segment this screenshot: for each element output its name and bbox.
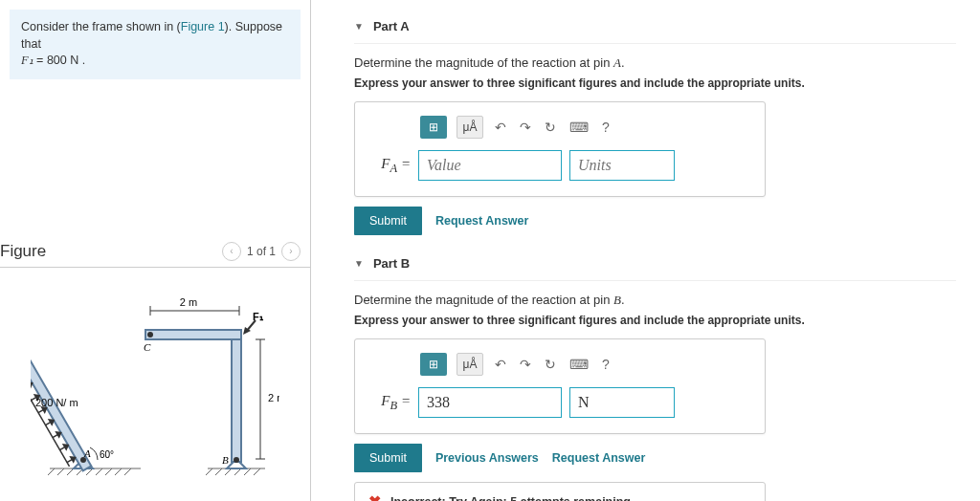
figure-next-button[interactable]: ›: [281, 242, 301, 261]
part-a-var-label: FA =: [372, 156, 411, 176]
help-icon[interactable]: ?: [600, 357, 612, 372]
part-a-title: Part A: [373, 19, 410, 33]
special-char-icon[interactable]: μÅ: [457, 116, 483, 139]
undo-icon[interactable]: ↶: [493, 357, 508, 372]
svg-line-6: [96, 468, 102, 475]
part-a-request-answer-link[interactable]: Request Answer: [435, 214, 528, 228]
angle-label: 60°: [100, 449, 114, 460]
part-b-feedback: ✖ Incorrect; Try Again; 5 attempts remai…: [354, 482, 766, 501]
force-label: F₁: [253, 311, 264, 322]
collapse-icon[interactable]: ▼: [354, 21, 364, 32]
figure-nav: ‹ 1 of 1 ›: [222, 242, 301, 261]
svg-line-9: [124, 468, 131, 475]
part-a-submit-button[interactable]: Submit: [354, 207, 422, 235]
part-b-prompt-var: B: [613, 293, 621, 307]
part-b-value-input[interactable]: [418, 387, 562, 418]
reset-icon[interactable]: ↻: [543, 120, 558, 135]
frame-diagram: 2 m 2 m 200 N/ m F₁ 60° A B C: [31, 282, 279, 483]
part-b-submit-button[interactable]: Submit: [354, 444, 422, 472]
part-b-var-label: FB =: [372, 393, 411, 413]
figure-body: 2 m 2 m 200 N/ m F₁ 60° A B C: [0, 268, 310, 483]
part-b-prompt-post: .: [621, 293, 625, 307]
load-label: 200 N/ m: [35, 397, 78, 408]
given-var: F₁: [21, 54, 33, 67]
figure-title: Figure: [0, 242, 46, 261]
part-b-units-input[interactable]: [569, 387, 675, 418]
dim-right: 2 m: [268, 392, 279, 403]
part-a-prompt-pre: Determine the magnitude of the reaction …: [354, 55, 613, 70]
svg-rect-20: [232, 335, 241, 462]
svg-line-11: [206, 468, 212, 475]
svg-line-15: [244, 468, 251, 475]
feedback-text: Incorrect; Try Again; 5 attempts remaini…: [390, 495, 631, 502]
keyboard-icon[interactable]: ⌨: [568, 120, 590, 135]
part-b-previous-answers-link[interactable]: Previous Answers: [435, 451, 539, 465]
part-a-units-input[interactable]: [569, 150, 675, 181]
redo-icon[interactable]: ↷: [518, 357, 533, 372]
keyboard-icon[interactable]: ⌨: [568, 357, 590, 372]
svg-line-2: [57, 468, 64, 475]
pin-c-label: C: [144, 341, 151, 353]
svg-line-1: [48, 468, 55, 475]
pin-a-label: A: [83, 447, 91, 459]
svg-line-14: [234, 468, 241, 475]
part-b-request-answer-link[interactable]: Request Answer: [552, 451, 645, 465]
part-a-instruction: Express your answer to three significant…: [354, 76, 956, 90]
svg-point-23: [234, 457, 239, 463]
given-eq: = 800 N .: [33, 54, 86, 67]
figure-link[interactable]: Figure 1: [181, 20, 225, 33]
problem-statement: Consider the frame shown in (Figure 1). …: [10, 10, 301, 79]
undo-icon[interactable]: ↶: [493, 120, 508, 135]
templates-icon[interactable]: ⊞: [420, 116, 447, 139]
figure-counter: 1 of 1: [247, 245, 276, 258]
part-a-value-input[interactable]: [418, 150, 562, 181]
help-icon[interactable]: ?: [600, 120, 612, 135]
svg-line-13: [225, 468, 232, 475]
part-b-answer-box: ⊞ μÅ ↶ ↷ ↻ ⌨ ? FB =: [354, 338, 766, 434]
figure-prev-button[interactable]: ‹: [222, 242, 241, 261]
part-a-prompt-post: .: [621, 55, 625, 70]
reset-icon[interactable]: ↻: [543, 357, 558, 372]
pin-b-label: B: [222, 454, 229, 466]
part-a-prompt-var: A: [613, 55, 621, 70]
incorrect-icon: ✖: [368, 492, 381, 501]
part-a-answer-box: ⊞ μÅ ↶ ↷ ↻ ⌨ ? FA =: [354, 101, 766, 197]
svg-rect-21: [145, 330, 241, 339]
part-b: ▼ Part B Determine the magnitude of the …: [354, 256, 956, 501]
part-a: ▼ Part A Determine the magnitude of the …: [354, 19, 956, 235]
svg-line-7: [105, 468, 112, 475]
part-b-title: Part B: [373, 256, 410, 271]
svg-line-16: [254, 468, 260, 475]
templates-icon[interactable]: ⊞: [420, 353, 447, 376]
part-b-prompt-pre: Determine the magnitude of the reaction …: [354, 293, 613, 307]
svg-line-3: [67, 468, 74, 475]
dim-top: 2 m: [180, 296, 197, 308]
svg-line-8: [115, 468, 122, 475]
special-char-icon[interactable]: μÅ: [457, 353, 483, 376]
redo-icon[interactable]: ↷: [518, 120, 533, 135]
part-b-instruction: Express your answer to three significant…: [354, 314, 956, 327]
svg-point-24: [147, 332, 153, 338]
collapse-icon[interactable]: ▼: [354, 258, 364, 269]
svg-line-12: [215, 468, 222, 475]
problem-text-pre: Consider the frame shown in (: [21, 20, 181, 33]
